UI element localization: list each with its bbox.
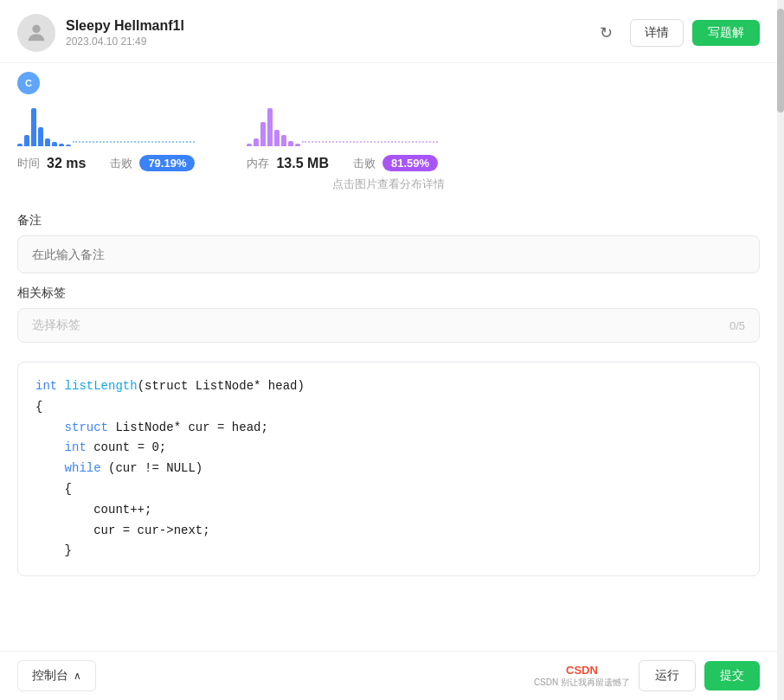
csdn-label: CSDN CSDN 别让我再留遗憾了 <box>534 664 630 689</box>
bottom-right: CSDN CSDN 别让我再留遗憾了 运行 提交 <box>534 660 760 691</box>
code-line: int listLength(struct ListNode* head) <box>35 376 742 397</box>
bar-purple-5 <box>281 135 286 146</box>
refresh-button[interactable]: ↻ <box>590 17 621 48</box>
tags-section: 相关标签 选择标签 0/5 <box>0 286 777 355</box>
memory-stat: 内存 13.5 MB 击败 81.59% <box>247 103 438 171</box>
user-name: Sleepy Hellmanf1l <box>66 18 184 34</box>
header-right: ↻ 详情 写题解 <box>590 17 760 48</box>
csdn-logo-text: CSDN <box>534 664 630 677</box>
time-value: 32 ms <box>47 156 86 171</box>
code-plain <box>35 418 65 439</box>
submit-button[interactable]: 提交 <box>704 661 760 690</box>
dotted-line-purple <box>302 141 438 143</box>
time-beat-value: 79.19% <box>139 155 195 171</box>
console-label: 控制台 <box>32 668 68 684</box>
user-date: 2023.04.10 21:49 <box>66 35 184 48</box>
code-line: cur = cur->next; <box>35 521 742 542</box>
time-label: 时间 <box>17 156 40 171</box>
note-input[interactable] <box>17 235 760 273</box>
code-plain: (struct ListNode* head) <box>138 376 305 397</box>
console-button[interactable]: 控制台 ∧ <box>17 660 96 691</box>
memory-beat-value: 81.59% <box>382 155 438 171</box>
code-plain <box>35 459 65 479</box>
keyword: while <box>65 459 108 479</box>
detail-button[interactable]: 详情 <box>630 19 684 47</box>
time-stat: 时间 32 ms 击败 79.19% <box>17 103 195 171</box>
lang-section: C <box>0 63 777 103</box>
bar-purple-2 <box>260 122 266 146</box>
memory-label: 内存 <box>247 156 269 171</box>
user-icon <box>24 21 48 45</box>
bar-blue-3 <box>38 127 43 146</box>
header: Sleepy Hellmanf1l 2023.04.10 21:49 ↻ 详情 … <box>0 0 777 63</box>
chevron-up-icon: ∧ <box>74 670 81 682</box>
stats-section: 时间 32 ms 击败 79.19% 内存 13.5 MB 击败 81.59% … <box>0 103 777 213</box>
avatar <box>17 14 55 52</box>
code-line: { <box>35 397 742 418</box>
stats-row: 时间 32 ms 击败 79.19% 内存 13.5 MB 击败 81.59% <box>17 103 760 171</box>
memory-beat-label: 击败 <box>353 156 376 171</box>
bar-blue-2 <box>31 108 36 146</box>
time-chart[interactable] <box>17 103 195 146</box>
keyword: int <box>65 438 94 459</box>
memory-chart[interactable] <box>247 103 438 146</box>
bar-purple-0 <box>247 144 252 146</box>
keyword: int <box>35 376 65 397</box>
bar-blue-5 <box>52 142 57 146</box>
header-left: Sleepy Hellmanf1l 2023.04.10 21:49 <box>17 14 184 52</box>
memory-value: 13.5 MB <box>276 156 328 171</box>
code-line: count++; <box>35 500 742 521</box>
tags-count: 0/5 <box>729 319 745 332</box>
keyword: struct <box>65 418 116 439</box>
write-solution-button[interactable]: 写题解 <box>692 20 760 46</box>
run-button[interactable]: 运行 <box>639 660 696 691</box>
bar-blue-7 <box>66 144 71 146</box>
code-plain: count = 0; <box>93 438 166 459</box>
bar-purple-3 <box>267 108 273 146</box>
tags-input[interactable]: 选择标签 0/5 <box>17 308 760 343</box>
code-line: int count = 0; <box>35 438 742 459</box>
bar-blue-4 <box>45 138 50 146</box>
code-line: struct ListNode* cur = head; <box>35 418 742 439</box>
code-plain <box>35 438 65 459</box>
bar-purple-7 <box>295 144 300 146</box>
csdn-slogan: CSDN 别让我再留遗憾了 <box>534 677 630 689</box>
user-info: Sleepy Hellmanf1l 2023.04.10 21:49 <box>66 18 184 48</box>
code-plain: { <box>35 479 72 500</box>
memory-label-row: 内存 13.5 MB 击败 81.59% <box>247 155 438 171</box>
function-name: listLength <box>65 376 138 397</box>
svg-point-0 <box>32 25 40 33</box>
code-plain: cur = cur->next; <box>35 521 210 542</box>
tags-title: 相关标签 <box>17 286 760 301</box>
code-plain: (cur != NULL) <box>108 459 202 479</box>
code-plain: count++; <box>35 500 151 521</box>
code-line: } <box>35 541 742 562</box>
time-label-row: 时间 32 ms 击败 79.19% <box>17 155 195 171</box>
time-beat-label: 击败 <box>110 156 132 171</box>
bar-blue-0 <box>17 144 22 146</box>
code-line: { <box>35 479 742 500</box>
dotted-line-blue <box>73 141 195 143</box>
bar-blue-6 <box>59 144 64 146</box>
bar-purple-4 <box>274 130 280 146</box>
lang-badge: C <box>17 72 40 94</box>
note-title: 备注 <box>17 213 760 228</box>
code-plain: { <box>35 397 42 418</box>
click-hint[interactable]: 点击图片查看分布详情 <box>17 171 760 204</box>
tags-placeholder: 选择标签 <box>32 318 80 333</box>
bar-purple-1 <box>254 138 259 146</box>
code-plain: } <box>35 541 72 562</box>
code-editor[interactable]: int listLength(struct ListNode* head) { … <box>17 362 760 576</box>
code-plain: ListNode* cur = head; <box>115 418 267 439</box>
note-section: 备注 <box>0 213 777 286</box>
code-line: while (cur != NULL) <box>35 459 742 479</box>
bar-blue-1 <box>24 135 29 146</box>
bar-purple-6 <box>288 141 293 146</box>
bottom-bar: 控制台 ∧ CSDN CSDN 别让我再留遗憾了 运行 提交 <box>0 651 777 700</box>
